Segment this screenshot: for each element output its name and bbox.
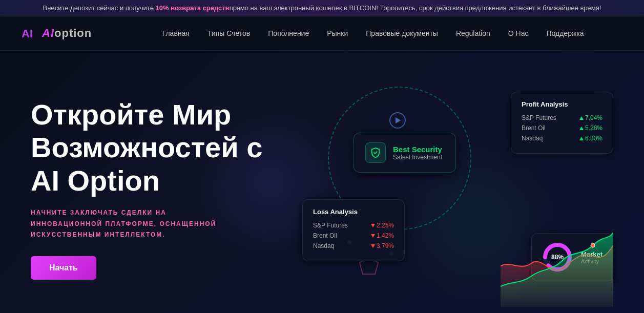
loss-row-sp: S&P Futures 2.25% [313, 222, 394, 229]
nav-link-legal[interactable]: Правовые документы [366, 29, 438, 37]
security-title: Best Security [393, 145, 442, 154]
nav-link-about[interactable]: О Нас [508, 29, 529, 37]
hero-content-left: Откройте Мир Возможностей с AI Option НА… [31, 98, 287, 280]
hero-cta-button[interactable]: Начать [31, 256, 96, 280]
arrow-down-icon-3 [371, 244, 375, 248]
profit-sp-label: S&P Futures [522, 114, 556, 121]
loss-sp-label: S&P Futures [313, 222, 348, 229]
nav-link-markets[interactable]: Рынки [327, 29, 348, 37]
banner-highlight: 10% возврата средств [156, 4, 230, 12]
hero-title-line2: Возможностей с AI Option [31, 131, 262, 196]
svg-point-4 [591, 243, 595, 247]
loss-row-brent: Brent Oil 1.42% [313, 232, 394, 239]
profit-nasdaq-label: Nasdaq [522, 135, 543, 142]
loss-nasdaq-label: Nasdaq [313, 242, 334, 249]
nav-link-deposit[interactable]: Пополнение [268, 29, 309, 37]
arrow-up-icon-1 [579, 116, 584, 120]
profit-row-nasdaq: Nasdaq 6.30% [522, 135, 603, 142]
loss-sp-value: 2.25% [371, 222, 394, 229]
arrow-up-icon-2 [579, 127, 584, 130]
hero-title-line1: Откройте Мир [31, 98, 231, 131]
svg-text:AI: AI [22, 27, 33, 40]
profit-row-brent: Brent Oil 5.28% [522, 124, 603, 132]
loss-row-nasdaq: Nasdaq 3.79% [313, 242, 394, 249]
hero-content-right: Best Security Safest Investment Loss Ana… [287, 71, 613, 307]
profit-row-sp: S&P Futures 7.04% [522, 114, 603, 121]
banner-text-before: Внесите депозит сейчас и получите [43, 4, 156, 12]
hero-section: Откройте Мир Возможностей с AI Option НА… [0, 51, 644, 313]
arrow-up-icon-3 [579, 137, 584, 140]
profit-widget-title: Profit Analysis [522, 100, 603, 108]
nav-link-accounts[interactable]: Типы Счетов [207, 29, 250, 37]
loss-brent-label: Brent Oil [313, 232, 337, 239]
play-icon[interactable] [389, 112, 406, 129]
logo-text: AIoption [42, 27, 92, 40]
nav-link-support[interactable]: Поддержка [547, 29, 584, 37]
profit-nasdaq-value: 6.30% [579, 135, 603, 142]
profit-analysis-widget: Profit Analysis S&P Futures 7.04% Brent … [511, 92, 613, 154]
security-widget: Best Security Safest Investment [354, 133, 456, 173]
logo[interactable]: AI AIoption [20, 24, 92, 43]
hero-title: Откройте Мир Возможностей с AI Option [31, 98, 287, 197]
loss-analysis-widget: Loss Analysis S&P Futures 2.25% Brent Oi… [302, 199, 405, 261]
security-subtitle: Safest Investment [393, 154, 442, 161]
nav-links: Главная Типы Счетов Пополнение Рынки Пра… [122, 29, 624, 37]
line-chart-decoration [501, 225, 613, 307]
loss-widget-title: Loss Analysis [313, 208, 394, 216]
logo-icon: AI [20, 24, 39, 43]
hero-subtitle: НАЧНИТЕ ЗАКЛЮЧАТЬ СДЕЛКИ НА ИННОВАЦИОННО… [31, 207, 225, 241]
navbar: AI AIoption Главная Типы Счетов Пополнен… [0, 16, 644, 51]
profit-brent-label: Brent Oil [522, 124, 546, 132]
arrow-down-icon-2 [371, 234, 375, 238]
profit-brent-value: 5.28% [579, 124, 603, 132]
loss-nasdaq-value: 3.79% [371, 242, 394, 249]
loss-brent-value: 1.42% [371, 232, 394, 239]
top-banner: Внесите депозит сейчас и получите 10% во… [0, 0, 644, 16]
nav-link-home[interactable]: Главная [162, 29, 190, 37]
security-icon [365, 142, 386, 163]
security-text: Best Security Safest Investment [393, 145, 442, 161]
profit-sp-value: 7.04% [579, 114, 603, 121]
arrow-down-icon [371, 224, 375, 227]
banner-text-after: прямо на ваш электронный кошелек в BITCO… [230, 4, 601, 12]
nav-link-regulation[interactable]: Regulation [456, 29, 490, 37]
